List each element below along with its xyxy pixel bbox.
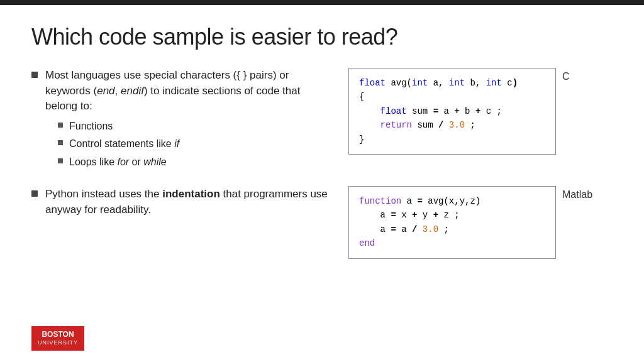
sub-bullets: Functions Control statements like if Loo… <box>45 119 330 169</box>
matlab-code-block: function a = avg(x,y,z) a = x + y + z ; … <box>348 186 556 259</box>
slide-content: Which code sample is easier to read? Mos… <box>0 5 644 362</box>
matlab-line-3: a = a / 3.0 ; <box>359 222 545 236</box>
matlab-line-4: end <box>359 236 545 250</box>
sub-bullet-icon-1 <box>58 123 63 128</box>
bullet-text-2: Python instead uses the indentation that… <box>45 187 330 217</box>
c-line-5: } <box>359 133 545 146</box>
sub-bullet-control: Control statements like if <box>58 137 330 151</box>
c-line-3: float sum = a + b + c ; <box>359 104 545 118</box>
bu-logo-line2: UNIVERSITY <box>38 339 78 347</box>
bu-logo: BOSTON UNIVERSITY <box>31 326 84 351</box>
right-column: float avg(int a, int b, int c) { float s… <box>348 68 613 349</box>
left-column: Most languages use special characters ({… <box>31 68 330 349</box>
bullet-icon-2 <box>31 190 38 197</box>
sub-bullet-text-2: Control statements like if <box>69 137 179 151</box>
bu-logo-line1: BOSTON <box>38 330 78 340</box>
top-bar <box>0 0 644 5</box>
sub-bullet-text-1: Functions <box>69 119 113 133</box>
c-label: C <box>562 71 570 82</box>
bullet-text-1: Most languages use special characters ({… <box>45 68 330 169</box>
sub-bullet-loops: Loops like for or while <box>58 155 330 169</box>
c-code-block: float avg(int a, int b, int c) { float s… <box>348 68 556 155</box>
c-line-2: { <box>359 90 545 104</box>
c-code-wrapper: float avg(int a, int b, int c) { float s… <box>348 68 613 155</box>
sub-bullet-functions: Functions <box>58 119 330 133</box>
sub-bullet-icon-2 <box>58 140 63 145</box>
slide-title: Which code sample is easier to read? <box>31 24 613 50</box>
matlab-line-1: function a = avg(x,y,z) <box>359 194 545 208</box>
c-line-4: return sum / 3.0 ; <box>359 118 545 132</box>
main-area: Most languages use special characters ({… <box>31 68 613 349</box>
sub-bullet-icon-3 <box>58 158 63 163</box>
c-line-1: float avg(int a, int b, int c) <box>359 76 545 90</box>
sub-bullet-text-3: Loops like for or while <box>69 155 167 169</box>
bullet-item-1: Most languages use special characters ({… <box>31 68 330 169</box>
matlab-line-2: a = x + y + z ; <box>359 208 545 222</box>
bullet-item-2: Python instead uses the indentation that… <box>31 187 330 217</box>
matlab-label: Matlab <box>562 189 592 200</box>
bu-logo-area: BOSTON UNIVERSITY <box>31 326 84 351</box>
bullet-icon-1 <box>31 72 38 78</box>
matlab-code-wrapper: function a = avg(x,y,z) a = x + y + z ; … <box>348 186 613 259</box>
